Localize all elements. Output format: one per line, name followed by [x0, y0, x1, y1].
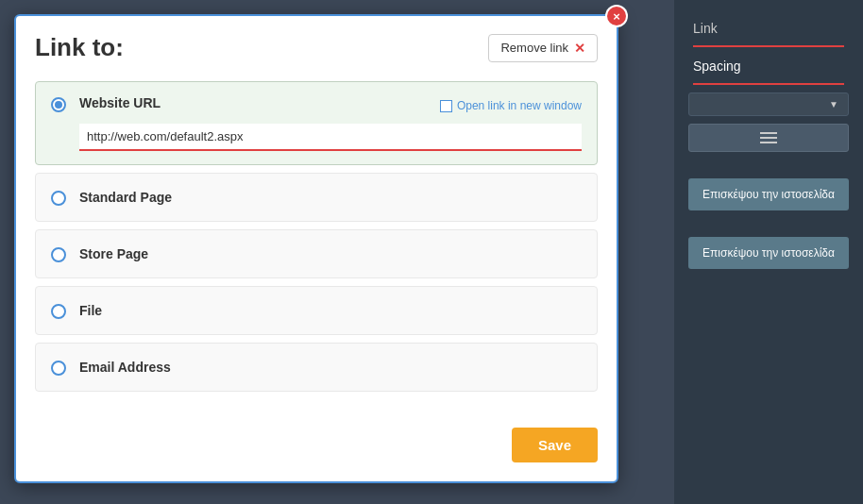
save-button[interactable]: Save — [512, 428, 598, 462]
visit-button-1-label: Επισκέψου την ιστοσελίδα — [702, 188, 835, 201]
link-modal: × Link to: Remove link ✕ Website URL Ope… — [14, 14, 618, 483]
open-new-window-label: Open link in new window — [457, 99, 582, 112]
radio-file[interactable] — [51, 304, 66, 319]
remove-link-label: Remove link — [500, 41, 568, 55]
modal-title: Link to: — [35, 33, 124, 62]
sidebar-tabs: Link Spacing — [674, 0, 863, 85]
option-website-url-content: Website URL Open link in new window — [79, 95, 582, 151]
option-file-label: File — [79, 303, 102, 318]
tab-link[interactable]: Link — [674, 9, 863, 47]
option-standard-page-label: Standard Page — [79, 190, 172, 205]
modal-footer: Save — [16, 418, 617, 481]
option-store-page-label: Store Page — [79, 246, 148, 261]
option-store-page[interactable]: Store Page — [35, 229, 598, 278]
modal-close-button[interactable]: × — [605, 5, 628, 27]
option-website-url[interactable]: Website URL Open link in new window — [35, 81, 598, 165]
radio-email-address[interactable] — [51, 361, 66, 376]
option-website-url-label: Website URL — [79, 95, 161, 110]
hamburger-icon — [760, 132, 777, 143]
option-email-address-label: Email Address — [79, 360, 171, 375]
tab-spacing[interactable]: Spacing — [674, 47, 863, 85]
visit-button-2-label: Επισκέψου την ιστοσελίδα — [702, 246, 835, 260]
option-website-url-header: Website URL Open link in new window — [79, 95, 582, 116]
radio-store-page[interactable] — [51, 247, 66, 262]
visit-page-button-2[interactable]: Επισκέψου την ιστοσελίδα — [688, 237, 849, 269]
remove-link-icon: ✕ — [574, 41, 585, 56]
tab-link-label: Link — [693, 21, 718, 36]
align-button[interactable] — [688, 124, 849, 152]
visit-page-button-1[interactable]: Επισκέψου την ιστοσελίδα — [688, 178, 849, 210]
modal-header: Link to: Remove link ✕ — [16, 16, 617, 72]
radio-standard-page[interactable] — [51, 191, 66, 206]
modal-body: Website URL Open link in new window Stan… — [16, 72, 617, 418]
chevron-down-icon: ▼ — [829, 99, 838, 109]
radio-website-url[interactable] — [51, 97, 66, 112]
open-new-window-checkbox[interactable] — [440, 100, 452, 112]
remove-link-button[interactable]: Remove link ✕ — [488, 34, 598, 62]
option-standard-page[interactable]: Standard Page — [35, 173, 598, 222]
tab-spacing-label: Spacing — [693, 59, 741, 74]
sidebar-dropdown[interactable]: ▼ — [688, 92, 849, 116]
url-input[interactable] — [79, 124, 582, 151]
open-new-window-checkbox-label[interactable]: Open link in new window — [440, 99, 582, 112]
save-button-label: Save — [538, 437, 571, 453]
option-file[interactable]: File — [35, 286, 598, 335]
sidebar-panel: Link Spacing ▼ Επισκέψου την ιστοσελίδα … — [674, 0, 863, 504]
close-icon: × — [607, 7, 626, 25]
option-email-address[interactable]: Email Address — [35, 343, 598, 392]
